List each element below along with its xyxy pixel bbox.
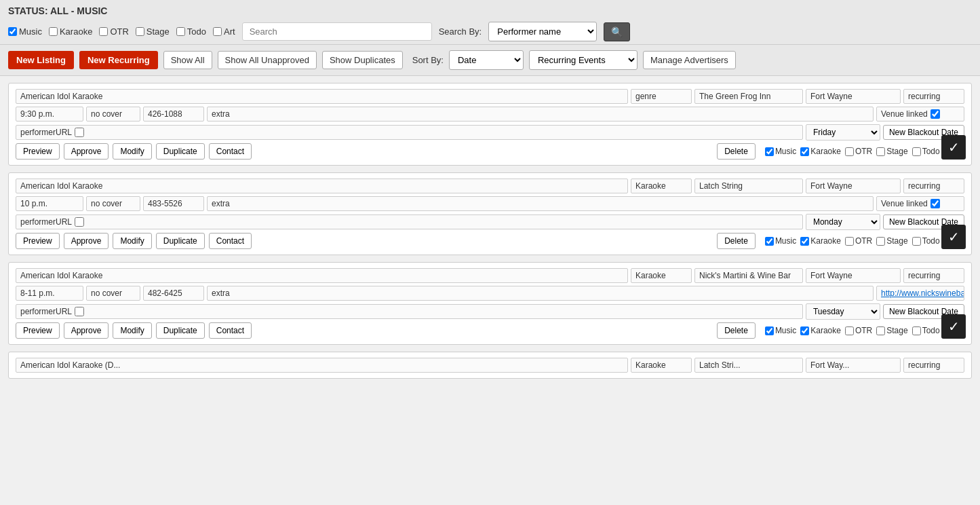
approve-button[interactable]: Approve — [64, 322, 109, 339]
preview-button[interactable]: Preview — [16, 143, 60, 160]
contact-button[interactable]: Contact — [209, 143, 252, 160]
day-select[interactable]: Monday — [806, 214, 880, 230]
venue-linked-checkbox[interactable] — [930, 109, 940, 119]
duplicate-button[interactable]: Duplicate — [156, 143, 205, 160]
sort-by-select[interactable]: Date — [449, 50, 524, 70]
filter-otr[interactable]: OTR — [99, 26, 128, 37]
contact-button[interactable]: Contact — [209, 322, 252, 339]
listing-city: Fort Wayne — [806, 179, 901, 193]
listing-cover: no cover — [86, 196, 140, 211]
day-select[interactable]: Friday — [806, 124, 880, 141]
performer-url-field: performerURL — [16, 125, 803, 140]
listing-title: American Idol Karaoke — [16, 179, 628, 193]
show-all-button[interactable]: Show All — [163, 51, 212, 69]
cat-karaoke[interactable]: Karaoke — [800, 236, 841, 246]
filter-stage[interactable]: Stage — [136, 26, 170, 37]
cat-stage[interactable]: Stage — [876, 147, 907, 156]
recurring-events-select[interactable]: Recurring Events — [529, 50, 638, 70]
listing-recurring: recurring — [903, 268, 964, 283]
toolbar: New Listing New Recurring Show All Show … — [0, 45, 980, 76]
venue-linked-field: Venue linked — [876, 196, 964, 211]
filter-todo[interactable]: Todo — [176, 26, 206, 37]
performer-url-checkbox[interactable] — [75, 307, 84, 316]
contact-button[interactable]: Contact — [209, 233, 252, 249]
category-checks: Music Karaoke OTR Stage Todo Art — [765, 326, 964, 335]
delete-button[interactable]: Delete — [717, 322, 756, 339]
listing-venue: Latch String — [694, 179, 803, 193]
listing-genre: genre — [631, 89, 692, 104]
filter-art[interactable]: Art — [213, 26, 235, 37]
new-listing-button[interactable]: New Listing — [8, 51, 74, 69]
listing-city: Fort Way... — [806, 358, 901, 373]
duplicate-button[interactable]: Duplicate — [156, 322, 205, 339]
show-all-unapproved-button[interactable]: Show All Unapproved — [218, 51, 317, 69]
cat-karaoke[interactable]: Karaoke — [800, 326, 841, 335]
approved-checkmark[interactable]: ✓ — [941, 314, 966, 339]
listing-card: American Idol Karaoke Karaoke Latch Stri… — [8, 172, 972, 255]
search-by-label: Search By: — [439, 26, 482, 37]
listing-recurring: recurring — [903, 179, 964, 193]
cat-music[interactable]: Music — [765, 236, 796, 246]
delete-button[interactable]: Delete — [717, 143, 756, 160]
listing-time: 9:30 p.m. — [16, 107, 83, 121]
new-recurring-button[interactable]: New Recurring — [79, 51, 158, 69]
cat-otr[interactable]: OTR — [845, 147, 872, 156]
performer-url-checkbox[interactable] — [75, 128, 84, 137]
filter-karaoke[interactable]: Karaoke — [49, 26, 92, 37]
cat-stage[interactable]: Stage — [876, 236, 907, 246]
cat-todo[interactable]: Todo — [912, 236, 940, 246]
listing-city: Fort Wayne — [806, 268, 901, 283]
cat-otr[interactable]: OTR — [845, 236, 872, 246]
cat-music[interactable]: Music — [765, 326, 796, 335]
listing-genre: Karaoke — [631, 179, 692, 193]
cat-todo[interactable]: Todo — [912, 147, 940, 156]
show-duplicates-button[interactable]: Show Duplicates — [322, 51, 403, 69]
duplicate-button[interactable]: Duplicate — [156, 233, 205, 249]
listing-phone: 483-5526 — [143, 196, 204, 211]
filter-music[interactable]: Music — [8, 26, 42, 37]
listing-cover: no cover — [86, 107, 140, 121]
performer-url-field: performerURL — [16, 304, 803, 319]
listing-card: American Idol Karaoke (D... Karaoke Latc… — [8, 352, 972, 379]
modify-button[interactable]: Modify — [113, 233, 151, 249]
day-select[interactable]: Tuesday — [806, 303, 880, 320]
listing-phone: 482-6425 — [143, 286, 204, 301]
venue-linked-checkbox[interactable] — [930, 199, 940, 208]
cat-music[interactable]: Music — [765, 147, 796, 156]
listing-city: Fort Wayne — [806, 89, 901, 104]
modify-button[interactable]: Modify — [113, 143, 151, 160]
approved-checkmark[interactable]: ✓ — [941, 135, 966, 160]
cat-karaoke[interactable]: Karaoke — [800, 147, 841, 156]
status-title: STATUS: ALL - MUSIC Music Karaoke OTR St… — [0, 0, 980, 45]
listing-time: 8-11 p.m. — [16, 286, 83, 301]
category-checks: Music Karaoke OTR Stage Todo Art — [765, 236, 964, 246]
approved-checkmark[interactable]: ✓ — [941, 225, 966, 249]
listing-recurring: recurring — [903, 358, 964, 373]
preview-button[interactable]: Preview — [16, 233, 60, 249]
venue-linked-field: Venue linked — [876, 107, 964, 121]
listing-genre: Karaoke — [631, 268, 692, 283]
search-by-select[interactable]: Performer name — [488, 22, 597, 41]
performer-url-checkbox[interactable] — [75, 217, 84, 227]
listing-title: American Idol Karaoke — [16, 268, 628, 283]
top-bar: STATUS: ALL - MUSIC Music Karaoke OTR St… — [0, 0, 980, 45]
delete-button[interactable]: Delete — [717, 233, 756, 249]
preview-button[interactable]: Preview — [16, 322, 60, 339]
modify-button[interactable]: Modify — [113, 322, 151, 339]
status-text: STATUS: ALL - MUSIC — [8, 5, 972, 16]
performer-url-field: performerURL — [16, 214, 803, 229]
listing-title: American Idol Karaoke — [16, 89, 628, 104]
listing-venue: Latch Stri... — [694, 358, 803, 373]
cat-todo[interactable]: Todo — [912, 326, 940, 335]
listing-extra: extra — [207, 286, 874, 301]
approve-button[interactable]: Approve — [64, 143, 109, 160]
manage-advertisers-button[interactable]: Manage Advertisers — [643, 51, 736, 69]
listing-time: 10 p.m. — [16, 196, 83, 211]
cat-stage[interactable]: Stage — [876, 326, 907, 335]
search-input[interactable] — [242, 22, 432, 41]
listing-card: American Idol Karaoke genre The Green Fr… — [8, 83, 972, 166]
listing-recurring: recurring — [903, 89, 964, 104]
approve-button[interactable]: Approve — [64, 233, 109, 249]
search-button[interactable]: 🔍 — [604, 22, 630, 41]
cat-otr[interactable]: OTR — [845, 326, 872, 335]
